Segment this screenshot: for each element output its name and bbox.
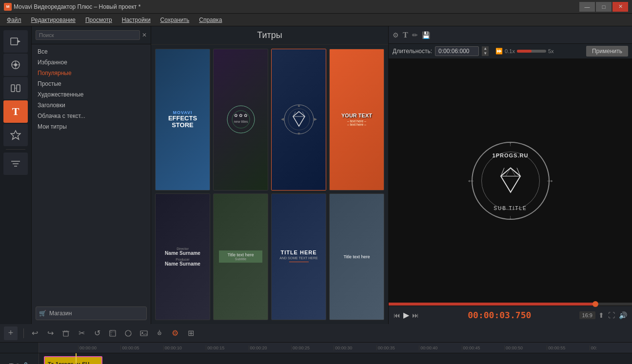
- card-accent-bar: [214, 190, 268, 191]
- thumb-floral: ✿ ✿ ✿ new titles: [214, 49, 268, 190]
- ruler-mark-0: 00:00:00: [78, 345, 120, 350]
- shop-button[interactable]: 🛒 Магазин: [36, 307, 147, 320]
- video-tool-button[interactable]: [3, 30, 28, 53]
- category-artistic[interactable]: Художественные: [32, 89, 151, 100]
- ruler-mark-2: 00:00:10: [163, 345, 206, 350]
- timeline-ruler: 00:00:00 00:00:05 00:00:10 00:00:15 00:0…: [0, 343, 632, 353]
- svg-rect-33: [63, 332, 68, 336]
- category-simple[interactable]: Простые: [32, 78, 151, 89]
- menu-file[interactable]: Файл: [2, 16, 26, 24]
- category-headers[interactable]: Заголовки: [32, 100, 151, 111]
- menu-view[interactable]: Просмотр: [80, 16, 117, 24]
- svg-text:▲: ▲: [297, 103, 301, 108]
- seek-bar[interactable]: [389, 303, 632, 306]
- menu-save[interactable]: Сохранить: [156, 16, 195, 24]
- ruler-mark-4: 00:00:20: [249, 345, 291, 350]
- preview-toolbar: ⚙ T ✏ 💾: [389, 26, 632, 44]
- fx-tool-button[interactable]: [3, 54, 28, 76]
- skip-end-button[interactable]: ⏭: [411, 310, 420, 320]
- track-row-title: Tт 1progs.ru SU: [39, 353, 632, 364]
- title-card-minimal[interactable]: TITLE HERE AND SOME TEXT HERE Минимализм…: [271, 193, 326, 321]
- undo-button[interactable]: ↩: [28, 326, 41, 340]
- volume-button[interactable]: 🔊: [618, 310, 628, 320]
- diamond-animation-preview: 1PROGS.RU ← →: [462, 137, 559, 225]
- minimize-button[interactable]: —: [579, 2, 595, 12]
- rotate-button[interactable]: ↺: [90, 326, 104, 340]
- cart-icon: 🛒: [39, 310, 46, 317]
- elements-tool-button[interactable]: [3, 124, 28, 146]
- category-my-titles[interactable]: Мои титры: [32, 121, 151, 132]
- spin-down-button[interactable]: ▼: [482, 51, 489, 56]
- ruler-mark-7: 00:00:35: [376, 345, 419, 350]
- title-card-ribbon[interactable]: Title text here Subtitle Лента 2: [213, 193, 268, 321]
- ruler-mark-8: 00:00:40: [419, 345, 461, 350]
- clip-icon: Tт: [48, 361, 54, 364]
- playhead[interactable]: [76, 353, 77, 364]
- save-icon[interactable]: 💾: [422, 31, 430, 39]
- app-icon: M: [4, 3, 12, 11]
- seek-fill: [389, 303, 595, 306]
- maximize-button[interactable]: □: [596, 2, 612, 12]
- duration-input[interactable]: [435, 46, 479, 56]
- apply-button[interactable]: Применить: [586, 46, 628, 57]
- text-icon[interactable]: T: [403, 31, 408, 39]
- title-card-diamond[interactable]: ▲ ▼ ◀ ▶ Алмаз: [271, 49, 326, 191]
- title-card-simple[interactable]: Title text here Простойтекст: [329, 193, 384, 321]
- add-track-button[interactable]: +: [4, 326, 18, 340]
- duration-spinners: ▲ ▼: [482, 46, 489, 56]
- search-clear-button[interactable]: ✕: [142, 32, 147, 38]
- export-button[interactable]: ⬆: [597, 310, 605, 320]
- menu-settings[interactable]: Настройки: [117, 16, 156, 24]
- search-input[interactable]: [36, 30, 140, 40]
- arrow-right: →: [546, 176, 554, 186]
- titles-tool-button[interactable]: T: [3, 100, 28, 123]
- ruler-mark-3: 00:00:15: [206, 345, 248, 350]
- settings-icon[interactable]: ⚙: [393, 31, 399, 39]
- svg-point-13: [227, 106, 255, 133]
- ruler-mark-9: 00:00:45: [462, 345, 504, 350]
- title-clip[interactable]: Tт 1progs.ru SU: [44, 356, 102, 364]
- toolbar-sep-1: [23, 328, 24, 338]
- crop-button[interactable]: [106, 326, 119, 340]
- image-button[interactable]: [137, 326, 151, 340]
- category-favorites[interactable]: Избранное: [32, 57, 151, 68]
- card-accent-bar: [156, 190, 210, 191]
- title-card-store[interactable]: MOVAVI EFFECTSSTORE Большетитров!: [155, 49, 210, 191]
- svg-marker-19: [293, 112, 305, 126]
- transitions-tool-button[interactable]: [3, 77, 28, 99]
- more-button[interactable]: ⊞: [184, 326, 198, 340]
- title-card-western[interactable]: YOUR TEXT – text here – – text here – Ве…: [329, 49, 384, 191]
- filters-tool-button[interactable]: [3, 153, 28, 175]
- color-button[interactable]: [121, 326, 135, 340]
- eye-icon-title[interactable]: 👁: [15, 363, 20, 364]
- delete-button[interactable]: [59, 326, 73, 340]
- skip-start-button[interactable]: ⏮: [393, 310, 401, 320]
- menubar: Файл Редактирование Просмотр Настройки С…: [0, 14, 632, 26]
- svg-point-5: [14, 63, 17, 66]
- speed-min-label: 0.1x: [505, 48, 515, 54]
- category-bubbles[interactable]: Облачка с текст...: [32, 111, 151, 121]
- gear-button[interactable]: ⚙: [168, 326, 182, 340]
- cut-button[interactable]: ✂: [75, 326, 88, 340]
- close-button[interactable]: ✕: [612, 2, 628, 12]
- fullscreen-button[interactable]: ⛶: [607, 310, 616, 320]
- title-card-credits[interactable]: Director Name Surname Producer Name Surn…: [155, 193, 210, 321]
- play-button[interactable]: ▶: [403, 310, 409, 320]
- main-container: T ✕ Все Избранное Популярные Простые Худ…: [0, 26, 632, 324]
- edit-icon[interactable]: ✏: [412, 31, 418, 39]
- speed-slider[interactable]: [517, 50, 546, 53]
- spin-up-button[interactable]: ▲: [482, 46, 489, 51]
- title-card-floral[interactable]: ✿ ✿ ✿ new titles Новыенаборы!: [213, 49, 268, 191]
- redo-button[interactable]: ↪: [43, 326, 57, 340]
- audio-button[interactable]: [153, 326, 166, 340]
- titlebar: M Movavi Видеоредактор Плюс – Новый прое…: [0, 0, 632, 14]
- category-all[interactable]: Все: [32, 46, 151, 57]
- menu-help[interactable]: Справка: [194, 16, 227, 24]
- shop-label: Магазин: [49, 310, 72, 317]
- menu-edit[interactable]: Редактирование: [26, 16, 80, 24]
- category-popular[interactable]: Популярные: [32, 68, 151, 78]
- window-controls: — □ ✕: [579, 2, 628, 12]
- svg-text:▼: ▼: [297, 132, 301, 136]
- track-headers: T 👁 🔒 🔊 👁 🔒 ♪ 👁 ✕: [0, 353, 39, 364]
- lock-icon-title[interactable]: 🔒: [22, 362, 29, 364]
